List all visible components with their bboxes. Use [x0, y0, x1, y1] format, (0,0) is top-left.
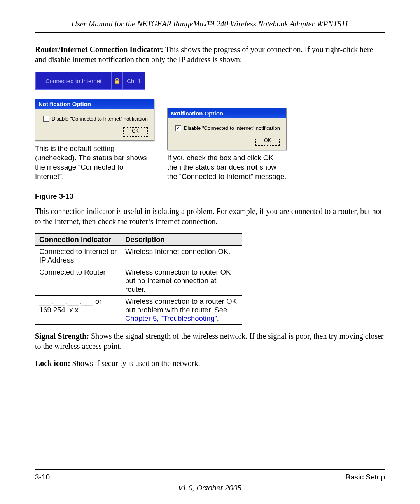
checkbox-unchecked-icon[interactable]: [43, 116, 49, 122]
status-bar: Connected to Internet Ch: 1: [35, 72, 145, 90]
status-channel-text: Ch: 1: [127, 78, 141, 84]
table-row: Connected to Internet or IP Address Wire…: [35, 246, 242, 266]
paragraph-lock-icon: Lock icon: Shows if security is used on …: [35, 358, 385, 368]
cell-indicator: Connected to Router: [35, 266, 121, 296]
cell-indicator: Connected to Internet or IP Address: [35, 246, 121, 266]
version-line: v1.0, October 2005: [0, 484, 420, 492]
ok-button[interactable]: OK: [255, 136, 280, 146]
rest-text: Shows if security is used on the network…: [70, 359, 200, 368]
lock-icon: [112, 72, 123, 89]
svg-rect-0: [115, 80, 119, 84]
status-connected-cell: Connected to Internet: [36, 72, 112, 89]
status-channel-cell: Ch: 1: [123, 72, 145, 89]
header-title: User Manual for the NETGEAR RangeMax™ 24…: [72, 19, 349, 28]
page-header: User Manual for the NETGEAR RangeMax™ 24…: [35, 19, 385, 33]
status-connected-text: Connected to Internet: [46, 78, 102, 84]
cell-indicator: ___.___.___.___ or 169.254..x.x: [35, 296, 121, 325]
section-name: Basic Setup: [346, 473, 385, 481]
figure-row: Connected to Internet Ch: 1 Notification…: [35, 72, 385, 181]
cell-description: Wireless Internet connection OK.: [121, 246, 242, 266]
checkbox-label: Disable "Connected to Internet" notifica…: [184, 125, 280, 131]
checkbox-checked-icon[interactable]: ✓: [175, 125, 181, 131]
table-row: Connected to Router Wireless connection …: [35, 266, 242, 296]
dialog-body: ✓ Disable "Connected to Internet" notifi…: [168, 118, 286, 150]
paragraph-router-indicator: Router/Internet Connection Indicator: Th…: [35, 44, 385, 65]
ok-button[interactable]: OK: [123, 127, 148, 136]
table-header-row: Connection Indicator Description: [35, 234, 242, 246]
checkbox-row[interactable]: Disable "Connected to Internet" notifica…: [43, 116, 150, 122]
th-indicator: Connection Indicator: [35, 234, 121, 246]
figure-label: Figure 3-13: [35, 192, 385, 201]
dialog-body: Disable "Connected to Internet" notifica…: [35, 109, 154, 140]
paragraph-useful: This connection indicator is useful in i…: [35, 206, 385, 226]
cell-description: Wireless connection to router OK but no …: [121, 266, 242, 296]
notification-dialog-unchecked: Notification Option Disable "Connected t…: [35, 99, 154, 141]
caption-right-b: not: [247, 163, 258, 171]
paragraph-signal-strength: Signal Strength: Shows the signal streng…: [35, 331, 385, 351]
desc-post: .: [217, 314, 219, 322]
dialog-title: Notification Option: [35, 99, 154, 109]
dialog-title: Notification Option: [168, 108, 286, 118]
lead-text: Signal Strength:: [35, 332, 89, 340]
figure-col-right: Notification Option ✓ Disable "Connected…: [167, 108, 288, 181]
connection-indicator-table: Connection Indicator Description Connect…: [35, 233, 242, 325]
cell-description: Wireless connection to a router OK but p…: [121, 296, 242, 325]
notification-dialog-checked: Notification Option ✓ Disable "Connected…: [167, 108, 287, 150]
page-footer: 3-10 Basic Setup: [35, 469, 385, 481]
table-row: ___.___.___.___ or 169.254..x.x Wireless…: [35, 296, 242, 325]
lead-text: Router/Internet Connection Indicator:: [35, 45, 163, 54]
page-number: 3-10: [35, 473, 50, 481]
figure-col-left: Connected to Internet Ch: 1 Notification…: [35, 72, 154, 181]
th-description: Description: [121, 234, 242, 246]
caption-right: If you check the box and click OK then t…: [167, 153, 288, 181]
troubleshooting-link[interactable]: Chapter 5, “Troubleshooting”: [125, 314, 217, 322]
checkbox-label: Disable "Connected to Internet" notifica…: [52, 116, 148, 122]
desc-pre: Wireless connection to a router OK but p…: [125, 297, 237, 314]
lead-text: Lock icon:: [35, 359, 70, 368]
checkbox-row[interactable]: ✓ Disable "Connected to Internet" notifi…: [175, 125, 282, 131]
caption-left: This is the default setting (unchecked).…: [35, 144, 154, 181]
